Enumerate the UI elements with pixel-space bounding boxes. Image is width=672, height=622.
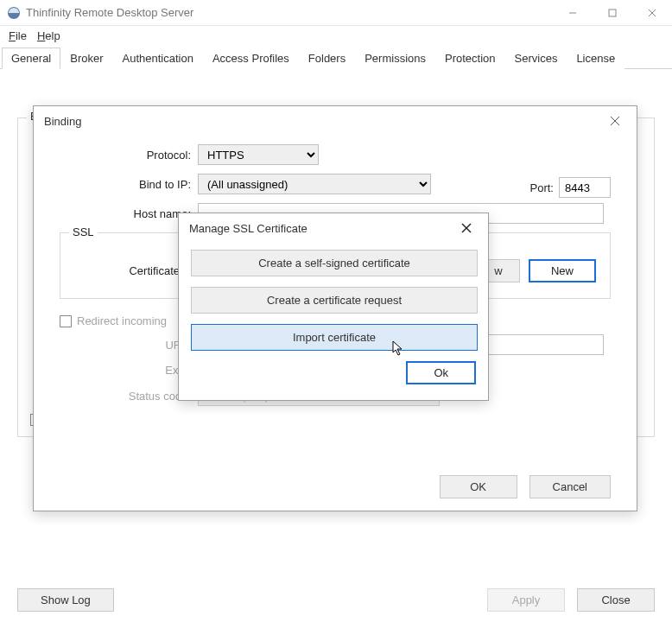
create-csr-button[interactable]: Create a certificate request [191, 287, 478, 314]
minimize-button[interactable] [553, 0, 593, 26]
example-label: Exan [60, 364, 198, 377]
protocol-label: Protocol: [60, 149, 198, 162]
tab-strip: General Broker Authentication Access Pro… [0, 47, 672, 69]
protocol-select[interactable]: HTTPS [198, 144, 319, 165]
create-self-signed-button[interactable]: Create a self-signed certificate [191, 250, 478, 276]
menu-help[interactable]: Help [34, 28, 64, 44]
status-code-label: Status code: [60, 390, 198, 403]
app-icon [7, 6, 21, 20]
ssl-ok-button[interactable]: Ok [406, 361, 476, 384]
menu-file[interactable]: File [5, 28, 30, 44]
window-title: Thinfinity Remote Desktop Server [26, 6, 553, 19]
bind-ip-select[interactable]: (All unassigned) [198, 174, 431, 194]
menu-bar: File Help [0, 26, 672, 45]
tab-access-profiles[interactable]: Access Profiles [203, 48, 299, 69]
ssl-dialog-title: Manage SSL Certificate [189, 222, 307, 235]
tab-general[interactable]: General [2, 48, 60, 69]
close-button[interactable]: Close [577, 588, 655, 612]
binding-dialog-close-icon[interactable] [604, 110, 626, 132]
hostname-label: Host name: [60, 207, 198, 220]
window-titlebar: Thinfinity Remote Desktop Server [0, 0, 672, 26]
redirect-label: Redirect incoming [77, 314, 167, 327]
close-window-button[interactable] [632, 0, 672, 26]
import-certificate-button[interactable]: Import certificate [191, 324, 478, 351]
tab-folders[interactable]: Folders [299, 48, 355, 69]
ssl-legend: SSL [69, 225, 98, 238]
tab-license[interactable]: License [567, 48, 624, 69]
ssl-dialog-close-icon[interactable] [455, 217, 478, 239]
url-label: URL: [60, 339, 198, 352]
bind-ip-label: Bind to IP: [60, 178, 198, 191]
certificate-label: Certificate [74, 264, 187, 277]
tab-broker[interactable]: Broker [60, 48, 112, 69]
manage-ssl-dialog: Manage SSL Certificate Create a self-sig… [178, 213, 489, 401]
port-input[interactable] [559, 177, 611, 198]
binding-cancel-button[interactable]: Cancel [529, 475, 611, 498]
tab-services[interactable]: Services [505, 48, 567, 69]
new-cert-button[interactable]: New [529, 259, 596, 282]
port-label: Port: [530, 181, 554, 194]
binding-dialog-title: Binding [44, 115, 81, 128]
tab-authentication[interactable]: Authentication [113, 48, 203, 69]
apply-button: Apply [487, 588, 565, 612]
svg-rect-2 [609, 10, 616, 16]
tab-protection[interactable]: Protection [435, 48, 505, 69]
redirect-checkbox[interactable] [60, 315, 72, 327]
maximize-button[interactable] [593, 0, 632, 26]
tab-permissions[interactable]: Permissions [355, 48, 435, 69]
show-log-button[interactable]: Show Log [17, 588, 114, 612]
binding-ok-button[interactable]: OK [440, 475, 517, 498]
